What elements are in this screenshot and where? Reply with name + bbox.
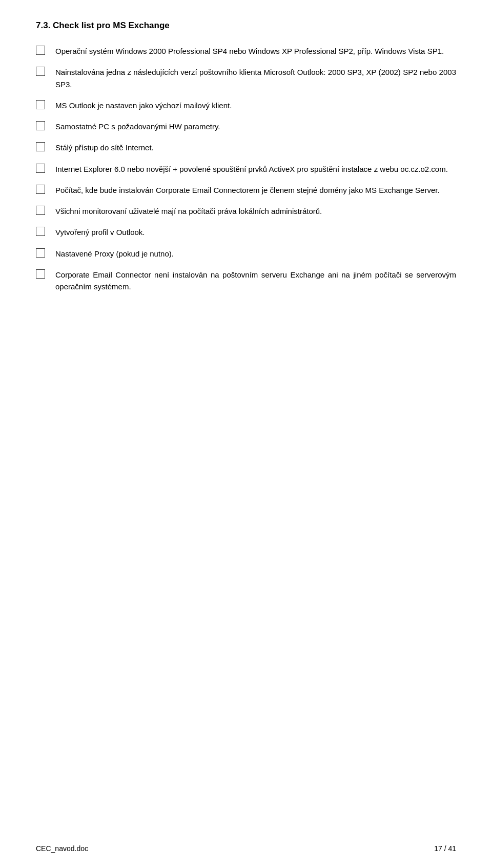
checkbox-icon[interactable] [36,248,45,258]
checklist-item: Vytvořený profil v Outlook. [36,226,456,238]
checklist-item: Počítač, kde bude instalován Corporate E… [36,184,456,196]
footer-page-info: 17 / 41 [434,844,456,853]
checklist-item-text: Vytvořený profil v Outlook. [55,226,456,238]
checkbox-icon[interactable] [36,269,45,279]
checklist-item: Nastavené Proxy (pokud je nutno). [36,248,456,260]
checkbox-icon[interactable] [36,121,45,130]
checkbox-icon[interactable] [36,67,45,76]
checkbox-icon[interactable] [36,164,45,173]
checklist-item: Nainstalována jedna z následujících verz… [36,66,456,90]
checklist-item: Operační systém Windows 2000 Professiona… [36,45,456,57]
checkbox-icon[interactable] [36,142,45,151]
checklist-item-text: Nastavené Proxy (pokud je nutno). [55,248,456,260]
checklist-item-text: Corporate Email Connector není instalová… [55,269,456,293]
checklist-item: Stálý přístup do sítě Internet. [36,142,456,153]
checkbox-icon[interactable] [36,206,45,215]
checkbox-icon[interactable] [36,185,45,194]
checklist-item-text: Nainstalována jedna z následujících verz… [55,66,456,90]
checkbox-icon[interactable] [36,100,45,109]
page-footer: CEC_navod.doc 17 / 41 [0,844,492,853]
checklist-item: Corporate Email Connector není instalová… [36,269,456,293]
checklist: Operační systém Windows 2000 Professiona… [36,45,456,292]
checkbox-icon[interactable] [36,227,45,236]
checklist-item: MS Outlook je nastaven jako výchozí mail… [36,100,456,111]
checklist-item: Všichni monitorovaní uživatelé mají na p… [36,205,456,217]
page-container: 7.3. Check list pro MS Exchange Operační… [0,0,492,868]
checklist-item: Samostatné PC s požadovanými HW parametr… [36,121,456,132]
checklist-item: Internet Explorer 6.0 nebo novější + pov… [36,163,456,175]
section-title: 7.3. Check list pro MS Exchange [36,21,456,31]
checklist-item-text: Internet Explorer 6.0 nebo novější + pov… [55,163,456,175]
checklist-item-text: Stálý přístup do sítě Internet. [55,142,456,153]
checkbox-icon[interactable] [36,46,45,55]
checklist-item-text: Operační systém Windows 2000 Professiona… [55,45,456,57]
checklist-item-text: Všichni monitorovaní uživatelé mají na p… [55,205,456,217]
checklist-item-text: MS Outlook je nastaven jako výchozí mail… [55,100,456,111]
checklist-item-text: Samostatné PC s požadovanými HW parametr… [55,121,456,132]
footer-document-name: CEC_navod.doc [36,844,88,853]
checklist-item-text: Počítač, kde bude instalován Corporate E… [55,184,456,196]
